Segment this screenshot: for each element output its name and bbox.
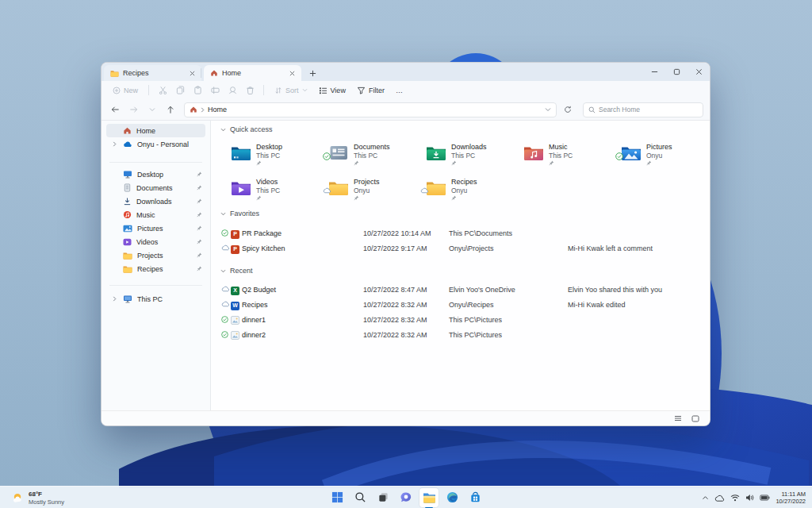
file-row-recipes[interactable]: W Recipes 10/27/2022 8:32 AM Onyu\Recipe… — [211, 300, 710, 311]
filter-button[interactable]: Filter — [352, 85, 389, 96]
close-tab-icon[interactable] — [187, 68, 197, 78]
battery-icon[interactable] — [760, 495, 770, 501]
share-button[interactable] — [224, 83, 240, 98]
breadcrumb[interactable]: Home — [184, 102, 557, 117]
sidebar-item-documents[interactable]: Documents — [106, 181, 205, 194]
divider — [263, 85, 264, 95]
tab-home[interactable]: Home — [204, 65, 301, 81]
tile-projects[interactable]: Projects Onyu — [324, 177, 418, 210]
clock[interactable]: 11:11 AM 10/27/2022 — [776, 491, 806, 506]
volume-icon[interactable] — [745, 494, 754, 502]
tile-documents[interactable]: Documents This PC — [324, 142, 418, 175]
minimize-button[interactable] — [643, 63, 665, 81]
tile-desktop[interactable]: Desktop This PC — [227, 142, 320, 175]
sidebar-item-desktop[interactable]: Desktop — [106, 167, 205, 181]
chat-button[interactable] — [396, 488, 416, 507]
desktop-icon — [123, 170, 132, 179]
rename-button[interactable] — [207, 83, 223, 98]
more-options-button[interactable]: … — [391, 85, 408, 96]
up-button[interactable] — [163, 102, 178, 117]
more-options-icon: … — [396, 87, 403, 94]
section-title: Quick access — [230, 125, 273, 133]
file-name[interactable]: dinner2 — [242, 331, 266, 339]
close-button[interactable] — [688, 63, 710, 81]
sidebar-item-label: Projects — [137, 252, 163, 260]
file-name[interactable]: PR Package — [242, 229, 282, 237]
view-icon — [319, 87, 327, 94]
microsoft-store-button[interactable] — [465, 488, 485, 507]
search-button[interactable] — [350, 488, 370, 507]
section-header-recent[interactable]: Recent — [220, 267, 253, 275]
new-button[interactable]: New — [108, 85, 143, 96]
task-view-button[interactable] — [373, 488, 393, 507]
chevron-down-icon[interactable] — [220, 212, 226, 216]
search-input[interactable] — [599, 106, 686, 114]
weather-widget[interactable]: 68°F Mostly Sunny — [5, 487, 71, 508]
refresh-button[interactable] — [560, 102, 575, 117]
address-dropdown-icon[interactable] — [545, 107, 551, 112]
sidebar-item-label: Pictures — [137, 225, 163, 233]
edge-button[interactable] — [442, 488, 462, 507]
file-row-q2-budget[interactable]: X Q2 Budget 10/27/2022 8:47 AM Elvin Yoo… — [211, 285, 710, 296]
pin-icon — [197, 266, 202, 271]
sidebar-item-videos[interactable]: Videos — [106, 235, 205, 248]
onedrive-tray-icon[interactable] — [714, 495, 725, 502]
delete-button[interactable] — [242, 83, 258, 98]
maximize-button[interactable] — [665, 63, 688, 81]
back-button[interactable] — [108, 102, 123, 117]
chevron-down-icon[interactable] — [220, 269, 226, 273]
file-name[interactable]: dinner1 — [242, 316, 266, 324]
cut-button[interactable] — [155, 83, 170, 98]
sidebar-item-home[interactable]: Home — [106, 124, 205, 137]
file-name[interactable]: Recipes — [242, 301, 268, 309]
tray-chevron-up-icon[interactable] — [702, 495, 709, 500]
file-row-pr-package[interactable]: P PR Package 10/27/2022 10:14 AM This PC… — [211, 229, 710, 240]
sidebar-item-onedrive-personal[interactable]: Onyu - Personal — [106, 137, 205, 151]
command-bar: New Sort View Filter … — [102, 81, 710, 99]
section-header-favorites[interactable]: Favorites — [220, 210, 259, 217]
tile-downloads[interactable]: Downloads This PC — [422, 142, 515, 175]
tile-recipes[interactable]: Recipes Onyu — [422, 177, 515, 210]
file-row-spicy-kitchen[interactable]: P Spicy Kitchen 10/27/2022 9:17 AM Onyu\… — [211, 244, 710, 255]
expand-chevron-icon[interactable] — [111, 296, 118, 302]
tile-pictures[interactable]: Pictures Onyu — [617, 142, 710, 175]
file-name[interactable]: Q2 Budget — [242, 286, 276, 294]
sidebar-item-music[interactable]: Music — [106, 208, 205, 221]
history-chevron-icon[interactable] — [144, 102, 159, 117]
folder-icon — [328, 179, 349, 196]
tile-music[interactable]: Music This PC — [519, 142, 613, 175]
search-box[interactable] — [583, 102, 703, 117]
file-row-dinner1[interactable]: dinner1 10/27/2022 8:32 AM This PC\Pictu… — [211, 315, 710, 326]
file-name[interactable]: Spicy Kitchen — [242, 244, 285, 252]
close-tab-icon[interactable] — [287, 68, 297, 78]
sidebar-item-this-pc[interactable]: This PC — [106, 292, 205, 306]
new-tab-button[interactable] — [306, 67, 319, 79]
sidebar-item-projects[interactable]: Projects — [106, 248, 205, 262]
sidebar-item-downloads[interactable]: Downloads — [106, 194, 205, 208]
chevron-down-icon[interactable] — [220, 128, 226, 132]
forward-button[interactable] — [126, 102, 141, 117]
sync-complete-icon — [221, 331, 228, 338]
sidebar-item-recipes[interactable]: Recipes — [106, 262, 205, 275]
view-button-label: View — [331, 87, 346, 94]
file-date: 10/27/2022 8:47 AM — [363, 286, 427, 294]
view-button[interactable]: View — [314, 85, 350, 96]
details-view-toggle[interactable] — [672, 413, 684, 424]
large-thumbnails-view-toggle[interactable] — [689, 413, 702, 424]
sort-button[interactable]: Sort — [270, 85, 312, 96]
paste-button[interactable] — [190, 83, 205, 98]
wifi-icon[interactable] — [730, 494, 740, 502]
downloads-folder-icon — [426, 144, 446, 161]
sidebar-item-pictures[interactable]: Pictures — [106, 221, 205, 235]
tab-recipes[interactable]: Recipes — [104, 65, 201, 81]
file-explorer-button[interactable] — [419, 488, 439, 507]
breadcrumb-item[interactable]: Home — [208, 106, 227, 114]
expand-chevron-icon[interactable] — [111, 141, 118, 147]
pin-icon — [354, 160, 390, 166]
section-header-quick-access[interactable]: Quick access — [220, 125, 273, 133]
file-row-dinner2[interactable]: dinner2 10/27/2022 8:32 AM This PC\Pictu… — [211, 330, 710, 341]
start-button[interactable] — [327, 488, 347, 507]
tile-videos[interactable]: Videos This PC — [227, 177, 320, 210]
copy-button[interactable] — [172, 83, 188, 98]
pin-icon — [256, 195, 280, 201]
